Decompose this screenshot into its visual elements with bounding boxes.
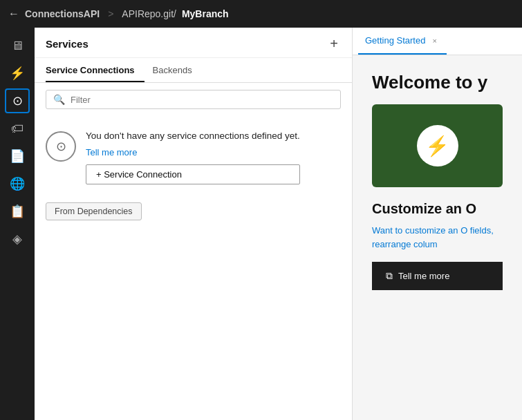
tell-me-more-button[interactable]: ⧉ Tell me more <box>372 262 503 290</box>
monitor-icon[interactable]: 🖥 <box>5 33 30 58</box>
customize-title: Customize an O <box>372 201 503 217</box>
connections-empty-icon: ⊙ <box>56 139 66 154</box>
getting-started-tab[interactable]: Getting Started × <box>358 28 447 55</box>
tabs-row: Service Connections Backends <box>35 58 352 83</box>
lightning-card: ⚡ <box>372 104 503 187</box>
empty-message: You don't have any service connections d… <box>86 130 300 143</box>
tab-service-connections[interactable]: Service Connections <box>46 58 145 82</box>
topbar-sep1: > <box>108 8 113 19</box>
getting-started-tabbar: Getting Started × <box>353 28 522 55</box>
services-panel: Services + Service Connections Backends … <box>35 28 353 420</box>
welcome-title: Welcome to y <box>372 72 503 93</box>
globe-icon[interactable]: 🌐 <box>5 171 30 196</box>
sidebar-icons: 🖥⚡⊙🏷📄🌐📋◈ <box>0 28 35 420</box>
filter-row: 🔍 <box>35 83 352 116</box>
getting-started-content: Welcome to y ⚡ Customize an O Want to cu… <box>353 55 522 420</box>
from-dependencies-section: From Dependencies <box>35 191 352 220</box>
topbar-project: ConnectionsAPI <box>25 8 100 19</box>
getting-started-tab-label: Getting Started <box>365 35 425 46</box>
empty-text-block: You don't have any service connections d… <box>86 130 300 184</box>
search-icon: 🔍 <box>53 94 65 105</box>
tell-me-more-link[interactable]: Tell me more <box>86 147 300 158</box>
empty-state-icon-circle: ⊙ <box>46 131 76 162</box>
filter-input[interactable] <box>71 95 333 105</box>
topbar-branch: MyBranch <box>182 8 229 19</box>
services-header: Services + <box>35 28 352 58</box>
tab-backends[interactable]: Backends <box>153 58 202 82</box>
topbar: ← ConnectionsAPI > APIRepo.git/ MyBranch <box>0 0 522 28</box>
empty-state: ⊙ You don't have any service connections… <box>35 116 352 191</box>
git-icon[interactable]: ◈ <box>5 227 30 251</box>
lightning-icon: ⚡ <box>425 135 449 158</box>
file-icon[interactable]: 📄 <box>5 144 30 169</box>
add-service-connection-button[interactable]: + Service Connection <box>86 164 300 184</box>
add-service-button[interactable]: + <box>327 36 341 52</box>
from-dependencies-button[interactable]: From Dependencies <box>46 202 142 220</box>
connections-icon[interactable]: ⊙ <box>5 88 30 113</box>
tell-me-more-button-label: Tell me more <box>398 271 449 281</box>
lightning-circle: ⚡ <box>417 125 458 166</box>
topbar-repo: APIRepo.git/ <box>122 8 176 19</box>
doc-icon[interactable]: 📋 <box>5 199 30 224</box>
services-panel-title: Services <box>46 38 88 50</box>
external-link-icon: ⧉ <box>386 270 393 282</box>
back-button[interactable]: ← <box>8 8 19 20</box>
customize-text: Want to customize an O fields, rearrange… <box>372 224 503 251</box>
getting-started-tab-close[interactable]: × <box>429 35 439 46</box>
filter-input-wrap: 🔍 <box>46 90 341 109</box>
tag-icon[interactable]: 🏷 <box>5 116 30 141</box>
main-layout: 🖥⚡⊙🏷📄🌐📋◈ Services + Service Connections … <box>0 28 522 420</box>
right-panel: Getting Started × Welcome to y ⚡ Customi… <box>353 28 522 420</box>
lightning-nav-icon[interactable]: ⚡ <box>5 61 30 86</box>
